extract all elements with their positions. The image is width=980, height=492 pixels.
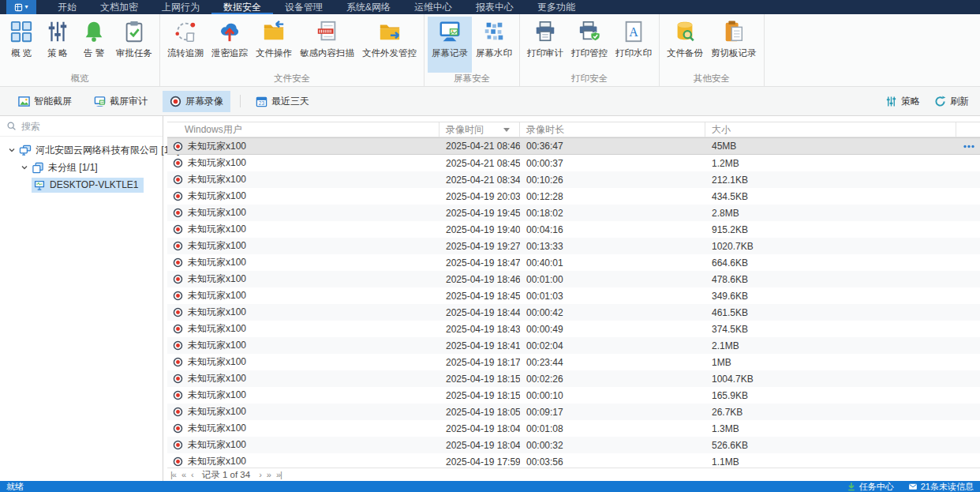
- table-row[interactable]: 未知玩家x1002025-04-19 19:27:1900:13:331020.…: [167, 238, 980, 254]
- tree-node[interactable]: 未分组 [1/1]: [0, 159, 163, 176]
- ribbon-item[interactable]: 打印管控: [567, 17, 612, 73]
- search-input[interactable]: [21, 121, 156, 132]
- menu-tab[interactable]: 上网行为: [150, 0, 211, 14]
- toolbar-button[interactable]: 刷新: [933, 91, 971, 112]
- table-row[interactable]: 未知玩家x1002025-04-19 17:59:0200:03:561.1MB: [167, 453, 980, 468]
- first-page-button[interactable]: |«: [170, 470, 176, 479]
- menu-tab[interactable]: 设备管理: [273, 0, 335, 14]
- row-user: 未知玩家x100: [188, 190, 246, 203]
- menu-tab[interactable]: 文档加密: [88, 0, 150, 14]
- more-actions-icon[interactable]: [963, 145, 975, 148]
- menu-tab-label: 报表中心: [476, 1, 514, 14]
- row-user: 未知玩家x100: [188, 455, 246, 468]
- row-user: 未知玩家x100: [188, 405, 246, 419]
- app-menu-button[interactable]: ▾: [6, 0, 36, 14]
- table-row[interactable]: 未知玩家x1002025-04-19 18:45:1100:01:03349.6…: [167, 287, 980, 304]
- row-duration: 00:23:44: [520, 357, 705, 368]
- tree-node[interactable]: DESKTOP-VLKTLE1: [0, 176, 163, 193]
- menu-tab[interactable]: 运维中心: [402, 0, 464, 14]
- table-row[interactable]: 未知玩家x1002025-04-19 18:15:0900:00:10165.9…: [167, 387, 980, 404]
- table-row[interactable]: 未知玩家x1002025-04-21 08:46:0400:36:4745MB: [167, 137, 980, 155]
- toolbar-button[interactable]: 23最近三天: [249, 91, 316, 112]
- menu-tab[interactable]: 报表中心: [464, 0, 526, 14]
- table-row[interactable]: 未知玩家x1002025-04-19 19:40:5400:04:16915.2…: [167, 221, 980, 238]
- row-user: 未知玩家x100: [188, 339, 246, 352]
- menu-tab[interactable]: 更多功能: [526, 0, 587, 14]
- tree-node[interactable]: 河北安固云网络科技有限公司 [1/1]: [0, 141, 163, 159]
- ribbon-group: 文件备份剪切板记录其他安全: [660, 14, 765, 86]
- ribbon-item[interactable]: 敏感内容扫描: [296, 17, 358, 73]
- table-row[interactable]: 未知玩家x1002025-04-19 18:47:1700:40:01664.6…: [167, 254, 980, 271]
- ribbon-item-label: 打印管控: [571, 47, 608, 59]
- row-duration: 00:03:56: [520, 456, 705, 468]
- record-dot-icon: [173, 423, 183, 434]
- table-row[interactable]: 未知玩家x1002025-04-21 08:34:5900:10:26212.1…: [167, 171, 980, 188]
- table-row[interactable]: 未知玩家x1002025-04-19 18:15:1900:02:261004.…: [167, 370, 980, 387]
- overview-grid-icon: [9, 20, 33, 43]
- column-header[interactable]: 大小: [705, 122, 956, 137]
- ribbon-item[interactable]: 文件操作: [252, 17, 296, 73]
- status-bar-item[interactable]: 任务中心: [847, 481, 894, 492]
- row-size: 1.1MB: [705, 456, 956, 468]
- row-user: 未知玩家x100: [188, 173, 246, 186]
- row-time: 2025-04-19 17:59:02: [440, 456, 520, 468]
- menu-tab[interactable]: 数据安全: [211, 0, 273, 14]
- print-control-icon: [578, 20, 601, 43]
- sort-caret-icon[interactable]: [503, 128, 510, 132]
- row-time: 2025-04-19 18:05:50: [440, 407, 520, 418]
- table-row[interactable]: 未知玩家x1002025-04-19 18:44:2800:00:42461.5…: [167, 304, 980, 321]
- ribbon-item[interactable]: 屏幕水印: [472, 17, 516, 73]
- ribbon: 概 览策 略告 警审批任务概览流转追溯泄密追踪文件操作敏感内容扫描文件外发管控文…: [0, 14, 980, 87]
- ribbon-item[interactable]: 审批任务: [112, 17, 156, 73]
- ribbon-item[interactable]: 剪切板记录: [707, 17, 761, 73]
- table-row[interactable]: 未知玩家x1002025-04-19 18:46:1600:01:00478.6…: [167, 271, 980, 287]
- toolbar-button[interactable]: 屏幕录像: [163, 91, 230, 112]
- column-header[interactable]: Windows用户: [167, 122, 440, 137]
- ribbon-item[interactable]: 策 略: [39, 17, 76, 73]
- menu-tab-label: 开始: [58, 1, 77, 14]
- toolbar-button[interactable]: 截屏审计: [87, 91, 155, 112]
- record-dot-icon: [173, 390, 183, 400]
- row-duration: 00:01:00: [520, 274, 705, 285]
- prev-page-button[interactable]: ‹: [191, 470, 193, 479]
- ribbon-group-label: 概览: [0, 73, 159, 86]
- ribbon-item[interactable]: 文件备份: [663, 17, 707, 73]
- status-bar-item[interactable]: 21条未读信息: [908, 481, 974, 492]
- ribbon-item[interactable]: 屏幕记录: [428, 17, 472, 73]
- tree-node-label: 河北安固云网络科技有限公司 [1/1]: [36, 144, 180, 157]
- table-row[interactable]: 未知玩家x1002025-04-19 18:04:0600:00:32526.6…: [167, 437, 980, 453]
- record-dot-icon: [173, 291, 183, 301]
- table-row[interactable]: 未知玩家x1002025-04-19 18:05:5000:09:1726.7K…: [167, 404, 980, 420]
- ribbon-item[interactable]: 告 警: [76, 17, 112, 73]
- toolbar-button[interactable]: 策略: [884, 91, 922, 112]
- table-row[interactable]: 未知玩家x1002025-04-19 18:41:3100:02:042.1MB: [167, 337, 980, 354]
- table-row[interactable]: 未知玩家x1002025-04-21 08:45:2600:00:371.2MB: [167, 155, 980, 171]
- table-row[interactable]: 未知玩家x1002025-04-19 18:04:3900:01:081.3MB: [167, 420, 980, 437]
- toolbar-button-label: 最近三天: [271, 95, 309, 108]
- ribbon-item[interactable]: 泄密追踪: [208, 17, 252, 73]
- chevron-down-icon[interactable]: [19, 162, 30, 173]
- last-page-button[interactable]: »|: [276, 470, 282, 479]
- menu-tab[interactable]: 开始: [46, 0, 88, 14]
- ribbon-item[interactable]: 流转追溯: [163, 17, 208, 73]
- fast-prev-button[interactable]: «: [181, 470, 185, 479]
- column-header[interactable]: 录像时长: [520, 122, 705, 137]
- table-row[interactable]: 未知玩家x1002025-04-19 19:45:1200:18:022.8MB: [167, 205, 980, 221]
- ribbon-item[interactable]: 概 览: [3, 17, 39, 73]
- toolbar-button-label: 刷新: [950, 95, 969, 108]
- ribbon-item[interactable]: 文件外发管控: [358, 17, 421, 73]
- table-row[interactable]: 未知玩家x1002025-04-19 18:17:4600:23:441MB: [167, 354, 980, 370]
- fast-next-button[interactable]: »: [267, 470, 271, 479]
- chevron-down-icon[interactable]: [6, 145, 17, 156]
- menu-tab[interactable]: 系统&网络: [335, 0, 402, 14]
- table-row[interactable]: 未知玩家x1002025-04-19 18:43:3800:00:49374.5…: [167, 321, 980, 337]
- recordings-panel: Windows用户录像时间录像时长大小 未知玩家x1002025-04-21 0…: [163, 116, 980, 481]
- table-row[interactable]: 未知玩家x1002025-04-19 20:03:5000:12:28434.5…: [167, 188, 980, 205]
- column-header[interactable]: 录像时间: [440, 122, 520, 137]
- search-row: [0, 116, 163, 137]
- ribbon-item[interactable]: 打印审计: [523, 17, 567, 73]
- toolbar-button[interactable]: 智能截屏: [11, 91, 79, 112]
- ribbon-item-label: 泄密追踪: [211, 47, 248, 59]
- ribbon-item[interactable]: A打印水印: [612, 17, 656, 73]
- next-page-button[interactable]: ›: [259, 470, 261, 479]
